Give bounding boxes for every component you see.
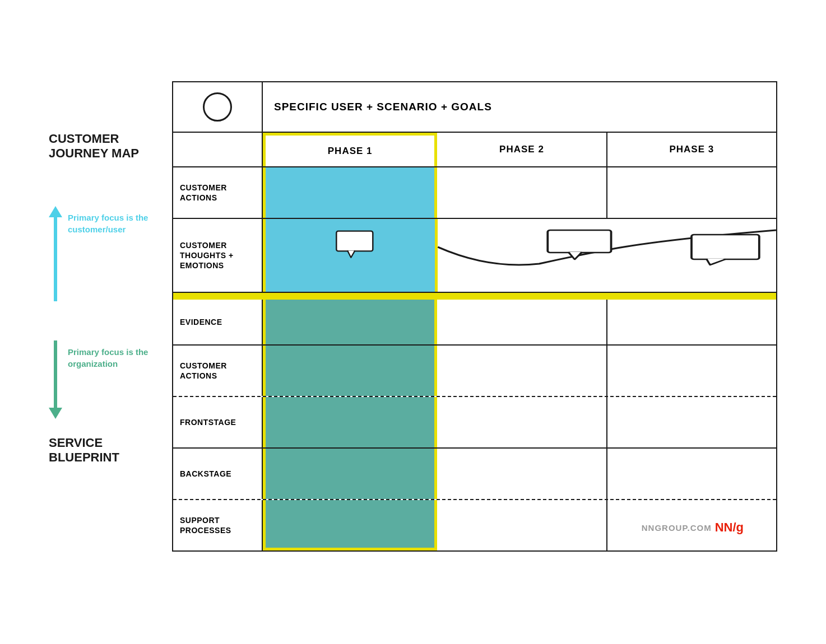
customer-focus-section: Primary focus is the customer/user [49,206,172,301]
sb-actions-phase2 [437,346,607,396]
branding: NNGROUP.COM NN/g [642,520,744,535]
speech-bubble-1 [333,230,389,267]
left-labels: CUSTOMER JOURNEY MAP Primary focus is th… [49,132,172,465]
evidence-phase3 [607,300,776,344]
support-processes-label: SUPPORT PROCESSES [173,500,263,550]
support-phase1 [263,500,437,550]
sb-actions-phase3 [607,346,776,396]
phase1-header: PHASE 1 [263,133,437,166]
phase3-header: PHASE 3 [607,133,776,166]
diagram-wrapper: SPECIFIC USER + SCENARIO + GOALS PHASE 1… [172,81,777,552]
spacer [49,301,172,329]
backstage-phase3 [607,449,776,499]
arrow-down-icon [49,408,62,419]
svg-rect-6 [692,235,759,259]
customer-actions-label: CUSTOMER ACTIONS [173,167,263,218]
evidence-phase2 [437,300,607,344]
yellow-horizontal-band [173,293,776,300]
cjm-row-actions: CUSTOMER ACTIONS [173,167,776,219]
main-diagram: SPECIFIC USER + SCENARIO + GOALS PHASE 1… [172,81,777,552]
phases-row-empty [173,133,263,166]
arrow-up-icon [49,206,62,217]
header-row: SPECIFIC USER + SCENARIO + GOALS [173,82,776,133]
cjm-actions-phase2 [437,167,607,218]
sb-row-frontstage: FRONTSTAGE [173,397,776,449]
org-focus-section: Primary focus is the organization [49,340,172,419]
user-icon-cell [173,82,263,132]
header-title: SPECIFIC USER + SCENARIO + GOALS [263,82,776,132]
sb-row-evidence: EVIDENCE [173,300,776,346]
thoughts-phase2-3 [438,219,776,292]
branding-logo: NN/g [715,520,744,535]
sb-row-customer-actions: CUSTOMER ACTIONS [173,346,776,397]
branding-site: NNGROUP.COM [642,523,712,533]
journey-curve-svg [438,219,776,292]
sb-row-backstage: BACKSTAGE [173,449,776,500]
primary-focus-org-text: Primary focus is the organization [68,346,172,370]
phases-row: PHASE 1 PHASE 2 PHASE 3 [173,133,776,167]
frontstage-phase3 [607,397,776,447]
backstage-phase1 [263,449,437,499]
backstage-label: BACKSTAGE [173,449,263,499]
svg-rect-3 [547,230,611,253]
sb-customer-actions-label: CUSTOMER ACTIONS [173,346,263,396]
svg-rect-0 [336,231,373,251]
frontstage-label: FRONTSTAGE [173,397,263,447]
customer-thoughts-label: CUSTOMER THOUGHTS + EMOTIONS [173,219,263,292]
cjm-row-thoughts: CUSTOMER THOUGHTS + EMOTIONS [173,219,776,293]
primary-focus-customer-text: Primary focus is the customer/user [68,212,172,235]
cjm-actions-phase3 [607,167,776,218]
sb-actions-phase1 [263,346,437,396]
evidence-phase1 [263,300,437,344]
backstage-phase2 [437,449,607,499]
phase2-header: PHASE 2 [437,133,607,166]
service-blueprint-title-label: SERVICE BLUEPRINT [49,436,172,465]
cjm-actions-phase1 [263,167,437,218]
support-phase2 [437,500,607,550]
frontstage-phase2 [437,397,607,447]
thoughts-phase1 [263,219,438,292]
frontstage-phase1 [263,397,437,447]
evidence-label: EVIDENCE [173,300,263,344]
cjm-title-label: CUSTOMER JOURNEY MAP [49,132,172,161]
user-circle-icon [203,92,232,122]
